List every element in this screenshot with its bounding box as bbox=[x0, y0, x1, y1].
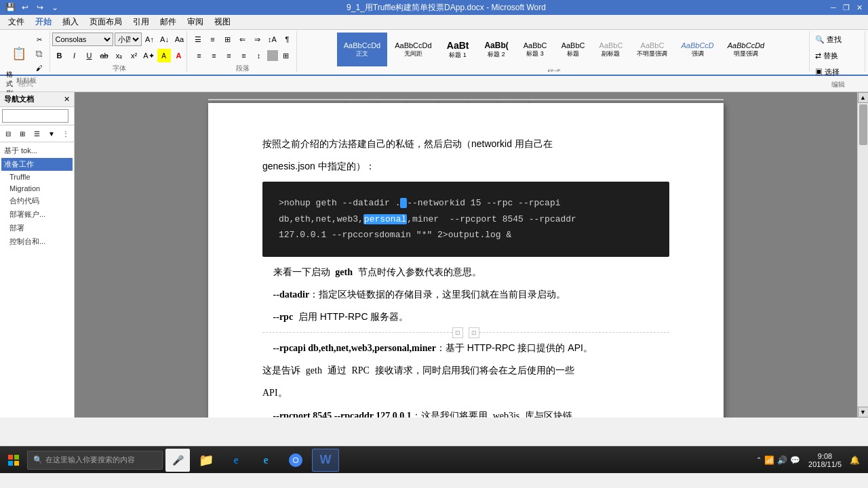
nav-item-truffle[interactable]: Truffle bbox=[1, 171, 73, 182]
nav-item-migration[interactable]: Migration bbox=[1, 183, 73, 194]
style-emphasis[interactable]: AaBbCcD 强调 bbox=[675, 33, 719, 66]
minimize-btn[interactable]: ─ bbox=[827, 3, 840, 12]
quick-redo-btn[interactable]: ↪ bbox=[34, 1, 46, 14]
quick-undo-btn[interactable]: ↩ bbox=[19, 1, 31, 14]
bold-btn[interactable]: B bbox=[53, 49, 66, 62]
number-list-btn[interactable]: ≡ bbox=[206, 33, 220, 46]
style-biaoti[interactable]: AaBbC 标题 bbox=[555, 33, 591, 66]
align-center-btn[interactable]: ≡ bbox=[208, 49, 221, 62]
font-size-select[interactable]: 小四 bbox=[115, 33, 142, 46]
customize-qa-btn[interactable]: ⌄ bbox=[49, 1, 61, 14]
highlight-btn[interactable]: A bbox=[157, 49, 171, 62]
style-subtitle[interactable]: AaBbC 副标题 bbox=[592, 33, 629, 66]
style-intense[interactable]: AaBbCcDd 明显强调 bbox=[722, 33, 770, 66]
subscript-btn[interactable]: x₂ bbox=[113, 49, 126, 62]
text-effect-btn[interactable]: A✦ bbox=[142, 49, 156, 62]
sort-btn[interactable]: ↕A bbox=[266, 33, 279, 46]
nav-close-btn[interactable]: ✕ bbox=[64, 95, 70, 104]
format-painter-btn[interactable]: 🖌 bbox=[33, 61, 46, 75]
menu-view[interactable]: 视图 bbox=[209, 15, 236, 29]
vertical-scrollbar[interactable]: ▲ ▼ bbox=[857, 92, 868, 418]
font-color-btn[interactable]: A bbox=[172, 49, 186, 62]
cortana-mic-btn[interactable]: 🎤 bbox=[165, 449, 190, 472]
doc-page[interactable]: 按照之前介绍的方法搭建自己的私链，然后启动（networkid 用自己在 gen… bbox=[208, 103, 724, 418]
font-name-select[interactable]: Consolas bbox=[52, 33, 113, 46]
nav-view-btn2[interactable]: ⊞ bbox=[16, 127, 28, 140]
scroll-down-btn[interactable]: ▼ bbox=[858, 407, 869, 418]
start-button[interactable] bbox=[3, 452, 24, 468]
nav-view-btn1[interactable]: ⊟ bbox=[1, 127, 14, 140]
superscript-btn[interactable]: x² bbox=[127, 49, 141, 62]
align-right-btn[interactable]: ≡ bbox=[222, 49, 236, 62]
nav-menu-btn[interactable]: ⋮ bbox=[60, 127, 73, 140]
nav-item-prepare[interactable]: 准备工作 bbox=[1, 158, 73, 171]
italic-btn[interactable]: I bbox=[68, 49, 81, 62]
decrease-indent-btn[interactable]: ⇐ bbox=[236, 33, 250, 46]
tray-expand-icon[interactable]: ⌃ bbox=[756, 456, 762, 464]
taskbar-ie[interactable]: e bbox=[252, 449, 279, 472]
increase-indent-btn[interactable]: ⇒ bbox=[251, 33, 264, 46]
notification-icon[interactable]: 🔔 bbox=[850, 455, 860, 465]
nav-item-contract[interactable]: 合约代码 bbox=[1, 195, 73, 207]
restore-btn[interactable]: ❐ bbox=[840, 3, 852, 12]
nav-expand-btn[interactable]: ▼ bbox=[45, 127, 58, 140]
taskbar-word[interactable]: W bbox=[312, 449, 339, 472]
chrome-icon bbox=[289, 453, 302, 467]
clock[interactable]: 9:08 2018/11/5 bbox=[803, 452, 847, 468]
close-btn[interactable]: ✕ bbox=[853, 3, 865, 12]
nav-view-btn3[interactable]: ☰ bbox=[31, 127, 43, 140]
quick-save-btn[interactable]: 💾 bbox=[4, 1, 16, 14]
show-marks-btn[interactable]: ¶ bbox=[281, 33, 294, 46]
increase-font-btn[interactable]: A↑ bbox=[143, 33, 157, 46]
style-zhengwen[interactable]: AaBbCcDd 正文 bbox=[337, 33, 387, 66]
style-subtle[interactable]: AaBbC 不明显强调 bbox=[631, 33, 673, 66]
align-left-btn[interactable]: ≡ bbox=[193, 49, 206, 62]
taskbar-chrome[interactable] bbox=[282, 449, 309, 472]
menu-page-layout[interactable]: 页面布局 bbox=[84, 15, 127, 29]
find-btn[interactable]: 🔍 查找 bbox=[814, 33, 862, 46]
copy-btn[interactable]: ⿻ bbox=[33, 47, 46, 60]
nav-item-console[interactable]: 控制台和... bbox=[1, 235, 73, 248]
justify-btn[interactable]: ≡ bbox=[237, 49, 251, 62]
bullet-list-btn[interactable]: ☰ bbox=[191, 33, 205, 46]
strikethrough-btn[interactable]: ab bbox=[98, 49, 111, 62]
scroll-thumb[interactable] bbox=[859, 104, 867, 145]
style-wujianqu[interactable]: AaBbCcDd 无间距 bbox=[389, 33, 437, 66]
menu-references[interactable]: 引用 bbox=[127, 15, 155, 29]
menu-file[interactable]: 文件 bbox=[3, 15, 30, 29]
replace-btn[interactable]: ⇄ 替换 bbox=[814, 49, 862, 62]
border-btn[interactable]: ⊞ bbox=[279, 49, 293, 62]
im-icon[interactable]: 💬 bbox=[790, 455, 800, 465]
menu-mail[interactable]: 邮件 bbox=[155, 15, 182, 29]
change-case-btn[interactable]: Aa bbox=[173, 33, 186, 46]
style-title1[interactable]: AaBt 标题 1 bbox=[439, 33, 477, 66]
format-style-btn[interactable]: 格式刷 bbox=[3, 77, 16, 91]
taskbar-file-explorer[interactable]: 📁 bbox=[193, 449, 220, 472]
param-rpcport: --rpcport 8545 --rpcaddr 127.0.0.1 bbox=[273, 411, 412, 418]
shading-btn[interactable] bbox=[267, 50, 278, 61]
taskbar-search-box[interactable]: 🔍 在这里输入你要搜索的内容 bbox=[27, 451, 163, 470]
paste-btn[interactable]: 📋 bbox=[7, 40, 31, 67]
select-btn[interactable]: ▣ 选择 bbox=[814, 65, 862, 79]
style-title3[interactable]: AaBbC 标题 3 bbox=[517, 33, 554, 66]
nav-item-deploy-account[interactable]: 部署账户... bbox=[1, 208, 73, 221]
nav-item-tok[interactable]: 基于 tok... bbox=[1, 144, 73, 157]
menu-review[interactable]: 审阅 bbox=[182, 15, 209, 29]
volume-icon[interactable]: 🔊 bbox=[777, 455, 787, 465]
menu-insert[interactable]: 插入 bbox=[57, 15, 84, 29]
nav-item-deploy[interactable]: 部署 bbox=[1, 222, 73, 235]
doc-area[interactable]: 0 1 2 3 4 5 6 按照之前介绍的方法搭建自己的私链，然后启动（netw… bbox=[75, 92, 857, 418]
multilevel-list-btn[interactable]: ⊞ bbox=[221, 33, 235, 46]
line-spacing-btn[interactable]: ↕ bbox=[252, 49, 266, 62]
cut-btn[interactable]: ✂ bbox=[33, 33, 46, 46]
code-block: >nohup geth --datadir . --networkid 15 -… bbox=[262, 182, 669, 256]
decrease-font-btn[interactable]: A↓ bbox=[158, 33, 172, 46]
network-icon[interactable]: 📶 bbox=[764, 455, 774, 465]
menu-home[interactable]: 开始 bbox=[30, 15, 57, 29]
taskbar-edge[interactable]: e bbox=[222, 449, 250, 472]
scroll-up-btn[interactable]: ▲ bbox=[858, 92, 869, 103]
underline-btn[interactable]: U bbox=[83, 49, 96, 62]
title-bar: 💾 ↩ ↪ ⌄ 9_1_用Truffle构建简单投票DApp.docx - Mi… bbox=[0, 0, 868, 15]
nav-search-input[interactable] bbox=[2, 109, 68, 123]
style-title2[interactable]: AaBb( 标题 2 bbox=[478, 33, 515, 66]
